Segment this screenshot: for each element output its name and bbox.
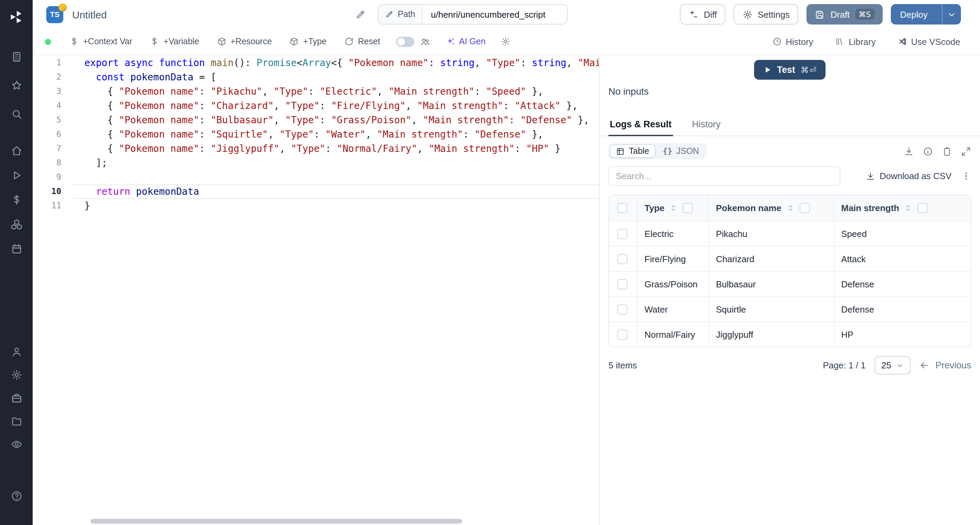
smiley-emoji-badge bbox=[59, 3, 67, 11]
table-row[interactable]: ElectricPikachuSpeed bbox=[609, 221, 970, 246]
select-all-checkbox[interactable] bbox=[617, 203, 627, 213]
editor-settings-button[interactable] bbox=[495, 29, 517, 54]
tab-logs-and-result[interactable]: Logs & Result bbox=[608, 115, 673, 136]
windmill-logo[interactable] bbox=[6, 7, 27, 27]
reset-icon bbox=[344, 37, 354, 46]
view-table-button[interactable]: Table bbox=[610, 144, 655, 158]
play-icon[interactable] bbox=[8, 166, 25, 184]
download-csv-button[interactable]: Download as CSV bbox=[865, 171, 951, 181]
download-result-icon[interactable] bbox=[904, 146, 914, 156]
path-field[interactable]: Path u/henri/unencumbered_script bbox=[378, 4, 568, 24]
test-shortcut-badge: ⌘⏎ bbox=[801, 65, 817, 75]
search-icon[interactable] bbox=[8, 105, 25, 123]
add-context-var-button[interactable]: +Context Var bbox=[60, 29, 141, 54]
settings-button[interactable]: Settings bbox=[734, 4, 799, 24]
column-checkbox[interactable] bbox=[683, 203, 693, 213]
cell-main-strength: Speed bbox=[834, 221, 970, 246]
add-type-button[interactable]: +Type bbox=[281, 29, 336, 54]
code-line[interactable]: 1export async function main(): Promise<A… bbox=[33, 56, 599, 70]
sort-icon[interactable] bbox=[904, 204, 913, 212]
column-header-pokemon-name[interactable]: Pokemon name bbox=[709, 195, 834, 221]
code-line[interactable]: 5 { "Pokemon name": "Bulbasaur", "Type":… bbox=[33, 113, 599, 127]
previous-page-button[interactable]: Previous bbox=[920, 360, 971, 370]
gear-icon bbox=[743, 9, 753, 19]
result-table: TypePokemon nameMain strength ElectricPi… bbox=[608, 195, 971, 347]
edit-summary-icon[interactable] bbox=[356, 9, 366, 19]
page-size-select[interactable]: 25 bbox=[875, 356, 911, 375]
code-line[interactable]: 8 ]; bbox=[33, 156, 599, 170]
column-header-type[interactable]: Type bbox=[638, 195, 709, 221]
row-checkbox[interactable] bbox=[617, 228, 627, 239]
dollar-icon[interactable] bbox=[8, 191, 25, 208]
diff-button[interactable]: Diff bbox=[680, 4, 726, 24]
cell-pokemon-name: Pikachu bbox=[709, 221, 834, 246]
cell-type: Electric bbox=[638, 221, 709, 246]
row-checkbox[interactable] bbox=[617, 279, 627, 289]
library-button[interactable]: Library bbox=[826, 37, 885, 47]
code-line[interactable]: 2 const pokemonData = [ bbox=[33, 70, 599, 85]
calendar-icon[interactable] bbox=[8, 240, 25, 257]
expand-icon[interactable] bbox=[961, 146, 971, 156]
add-resource-button[interactable]: +Resource bbox=[208, 29, 281, 54]
code-line[interactable]: 11} bbox=[33, 199, 599, 213]
table-row[interactable]: Normal/FairyJigglypuffHP bbox=[609, 321, 970, 346]
view-json-button[interactable]: {} JSON bbox=[657, 144, 705, 158]
search-input[interactable] bbox=[608, 166, 840, 186]
line-number: 8 bbox=[33, 156, 73, 170]
clipboard-copy-icon[interactable] bbox=[942, 146, 952, 156]
eye-icon[interactable] bbox=[8, 435, 25, 453]
row-checkbox[interactable] bbox=[617, 304, 627, 314]
use-vscode-button[interactable]: Use VScode bbox=[888, 37, 969, 47]
download-icon bbox=[865, 171, 875, 181]
deploy-button[interactable]: Deploy bbox=[891, 4, 961, 24]
briefcase-icon[interactable] bbox=[8, 389, 25, 407]
sort-icon[interactable] bbox=[669, 204, 678, 212]
draft-button[interactable]: Draft ⌘S bbox=[807, 4, 882, 24]
code-line[interactable]: 4 { "Pokemon name": "Charizard", "Type":… bbox=[33, 99, 599, 113]
info-icon[interactable] bbox=[923, 146, 933, 156]
typescript-badge[interactable]: TS bbox=[46, 6, 63, 23]
horizontal-scrollbar[interactable] bbox=[91, 519, 462, 523]
code-line[interactable]: 9 bbox=[33, 170, 599, 185]
path-value[interactable]: u/henri/unencumbered_script bbox=[423, 5, 567, 24]
more-options-icon[interactable] bbox=[961, 171, 971, 181]
code-text bbox=[73, 170, 599, 185]
row-checkbox[interactable] bbox=[617, 254, 627, 264]
calculator-icon[interactable] bbox=[8, 48, 25, 65]
multiplayer-toggle[interactable] bbox=[396, 37, 414, 47]
column-checkbox[interactable] bbox=[917, 203, 928, 213]
add-variable-button[interactable]: +Variable bbox=[141, 29, 208, 54]
reset-button[interactable]: Reset bbox=[336, 29, 389, 54]
code-editor[interactable]: 1export async function main(): Promise<A… bbox=[33, 55, 599, 525]
table-header-row: TypePokemon nameMain strength bbox=[609, 195, 970, 221]
column-header-main-strength[interactable]: Main strength bbox=[834, 195, 970, 221]
history-button[interactable]: History bbox=[763, 37, 822, 47]
folder-icon[interactable] bbox=[8, 412, 25, 430]
table-row[interactable]: Grass/PoisonBulbasaurDefense bbox=[609, 271, 970, 296]
sort-icon[interactable] bbox=[786, 204, 795, 212]
table-row[interactable]: WaterSquirtleDefense bbox=[609, 296, 970, 321]
home-icon[interactable] bbox=[8, 142, 25, 160]
star-icon[interactable] bbox=[8, 76, 25, 94]
code-line[interactable]: 10 return pokemonData bbox=[33, 185, 599, 199]
boxes-icon[interactable] bbox=[8, 215, 25, 233]
gear-icon[interactable] bbox=[8, 365, 25, 383]
code-text: { "Pokemon name": "Bulbasaur", "Type": "… bbox=[73, 113, 599, 127]
deploy-dropdown-button[interactable] bbox=[942, 4, 961, 24]
user-icon[interactable] bbox=[8, 343, 25, 360]
test-button[interactable]: Test ⌘⏎ bbox=[754, 60, 826, 80]
ai-gen-button[interactable]: AI Gen bbox=[437, 29, 495, 54]
code-line[interactable]: 3 { "Pokemon name": "Pikachu", "Type": "… bbox=[33, 85, 599, 99]
code-line[interactable]: 6 { "Pokemon name": "Squirtle", "Type": … bbox=[33, 127, 599, 142]
column-checkbox[interactable] bbox=[800, 203, 810, 213]
status-dot bbox=[45, 38, 51, 45]
tab-history[interactable]: History bbox=[691, 115, 722, 136]
row-checkbox[interactable] bbox=[617, 329, 627, 340]
dollar-icon bbox=[69, 37, 79, 46]
script-title[interactable]: Untitled bbox=[72, 8, 107, 20]
help-icon[interactable] bbox=[8, 487, 25, 504]
package-icon bbox=[290, 37, 299, 46]
table-row[interactable]: Fire/FlyingCharizardAttack bbox=[609, 246, 970, 271]
code-line[interactable]: 7 { "Pokemon name": "Jigglypuff", "Type"… bbox=[33, 142, 599, 156]
play-icon bbox=[762, 65, 772, 74]
